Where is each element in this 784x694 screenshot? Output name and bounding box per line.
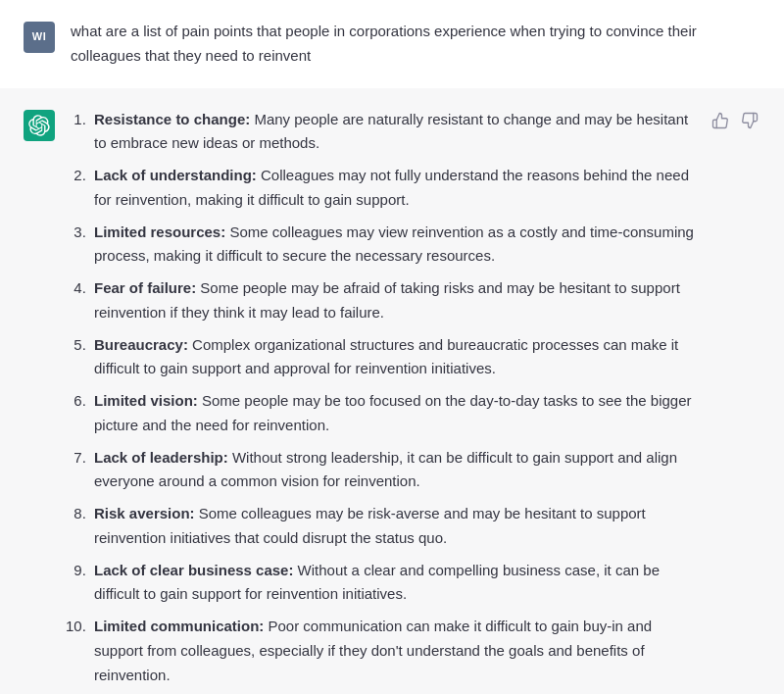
list-item: Limited resources: Some colleagues may v…: [90, 221, 694, 270]
list-item: Lack of understanding: Colleagues may no…: [90, 164, 694, 213]
response-list: Resistance to change: Many people are na…: [71, 108, 694, 688]
list-item: Risk aversion: Some colleagues may be ri…: [90, 502, 694, 551]
gpt-avatar: [24, 110, 55, 141]
user-message-row: WI what are a list of pain points that p…: [0, 0, 784, 88]
list-item: Resistance to change: Many people are na…: [90, 108, 694, 157]
user-avatar: WI: [24, 22, 55, 53]
thumbs-up-icon: [711, 112, 729, 129]
response-actions: [710, 110, 760, 131]
thumbs-up-button[interactable]: [710, 110, 731, 131]
thumbs-down-icon: [741, 112, 759, 129]
list-item: Limited communication: Poor communicatio…: [90, 615, 694, 687]
list-item: Limited vision: Some people may be too f…: [90, 389, 694, 438]
list-item: Bureaucracy: Complex organizational stru…: [90, 333, 694, 382]
list-item: Fear of failure: Some people may be afra…: [90, 276, 694, 325]
list-item: Lack of clear business case: Without a c…: [90, 559, 694, 608]
openai-logo-icon: [28, 115, 50, 136]
list-item: Lack of leadership: Without strong leade…: [90, 446, 694, 495]
conversation: WI what are a list of pain points that p…: [0, 0, 784, 694]
assistant-message-row: Resistance to change: Many people are na…: [0, 88, 784, 695]
user-message-content: what are a list of pain points that peop…: [71, 20, 760, 69]
user-avatar-label: WI: [32, 28, 46, 46]
thumbs-down-button[interactable]: [739, 110, 760, 131]
user-message-text: what are a list of pain points that peop…: [71, 20, 760, 69]
assistant-message-content: Resistance to change: Many people are na…: [71, 108, 694, 688]
